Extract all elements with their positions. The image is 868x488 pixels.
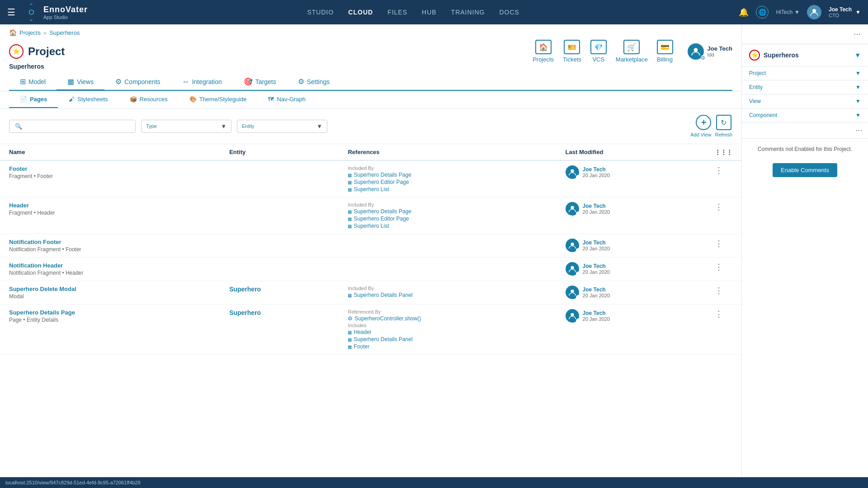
- enable-comments-button[interactable]: Enable Comments: [773, 163, 837, 177]
- nav-studio[interactable]: STUDIO: [307, 9, 334, 16]
- user-menu[interactable]: Joe Tech CTO ▼: [829, 6, 861, 18]
- ref-link-controller[interactable]: ⚙ SuperheroController.show(): [348, 315, 547, 322]
- project-user-role: tdd: [708, 52, 732, 57]
- secondary-nav: 📄 Pages 🖌 Stylesheets 📦 Resources 🎨 Them…: [0, 91, 741, 108]
- avatar-header: ⚙: [566, 202, 579, 216]
- cell-lastmod-notif-header: ⚙ Joe Tech 20 Jan 2020: [557, 258, 706, 281]
- row-menu-footer[interactable]: ⋮: [715, 166, 723, 175]
- view-name-footer[interactable]: Footer: [9, 165, 211, 172]
- view-name-notif-header[interactable]: Notification Header: [9, 262, 211, 269]
- rp-label-project: Project: [749, 70, 766, 76]
- ref-link-details-2[interactable]: ▦Footer: [348, 343, 547, 350]
- ref-link-delete-modal-0[interactable]: ▦Superhero Details Panel: [348, 292, 547, 298]
- refresh-button[interactable]: ↻: [716, 115, 731, 130]
- rp-more-dots[interactable]: ⋯: [855, 126, 863, 135]
- toolbar-projects[interactable]: 🏠 Projects: [533, 40, 554, 63]
- rp-section-row-project[interactable]: Project ▼: [749, 70, 861, 76]
- rp-section-row-component[interactable]: Component ▼: [749, 112, 861, 118]
- rp-section-row-entity[interactable]: Entity ▼: [749, 84, 861, 90]
- view-subtitle-delete-modal: Modal: [9, 293, 211, 300]
- row-menu-header[interactable]: ⋮: [715, 202, 723, 211]
- tab-views[interactable]: ▦ Views: [57, 74, 104, 91]
- toolbar-billing[interactable]: 💳 Billing: [657, 40, 673, 63]
- toolbar-tickets[interactable]: 🎫 Tickets: [563, 40, 581, 63]
- table-header-row: Name Entity References Last Modified ⋮⋮⋮: [0, 144, 741, 160]
- brand-name: EnnoVater: [43, 5, 88, 14]
- sec-tab-resources[interactable]: 📦 Resources: [119, 91, 179, 108]
- ref-link-details-1[interactable]: ▦Superhero Details Panel: [348, 336, 547, 343]
- ref-label-details-page-refby: Referenced By: [348, 309, 547, 314]
- hamburger-menu[interactable]: ☰: [7, 7, 15, 18]
- toolbar-marketplace[interactable]: 🛒 Marketplace: [616, 40, 648, 63]
- add-view-button[interactable]: +: [696, 115, 711, 130]
- ref-link-footer-2[interactable]: ▦Superhero List: [348, 186, 547, 192]
- right-panel-more[interactable]: ⋯: [854, 30, 861, 38]
- nav-training[interactable]: TRAINING: [451, 9, 485, 16]
- rp-section-row-view[interactable]: View ▼: [749, 98, 861, 104]
- cell-refs-footer: Included By ▦Superhero Details Page ▦Sup…: [339, 160, 556, 197]
- search-filter-bar: 🔍 Type ▼ Entity ▼ +: [0, 108, 741, 144]
- search-box[interactable]: 🔍: [9, 120, 136, 133]
- user-role: CTO: [829, 13, 839, 18]
- nav-files[interactable]: FILES: [387, 9, 407, 16]
- view-name-header[interactable]: Header: [9, 202, 211, 209]
- nav-docs[interactable]: DOCS: [500, 9, 519, 16]
- svg-point-5: [571, 266, 574, 269]
- table-row: Notification Header Notification Fragmen…: [0, 258, 741, 281]
- ref-link-details-0[interactable]: ▦Header: [348, 329, 547, 335]
- ref-link-footer-1[interactable]: ▦Superhero Editor Page: [348, 179, 547, 185]
- cell-lastmod-header: ⚙ Joe Tech 20 Jan 2020: [557, 197, 706, 234]
- ref-link-header-1[interactable]: ▦Superhero Editor Page: [348, 216, 547, 222]
- row-menu-notif-footer[interactable]: ⋮: [715, 239, 723, 248]
- toolbar-vcs[interactable]: 💎 VCS: [590, 40, 607, 63]
- ref-link-footer-0[interactable]: ▦Superhero Details Page: [348, 172, 547, 178]
- view-subtitle-footer: Fragment • Footer: [9, 173, 211, 179]
- search-input[interactable]: [26, 123, 130, 130]
- row-menu-notif-header[interactable]: ⋮: [715, 263, 723, 272]
- rp-expand-icon[interactable]: ▼: [854, 52, 861, 59]
- nav-cloud[interactable]: CLOUD: [348, 9, 373, 16]
- sec-tab-stylesheets[interactable]: 🖌 Stylesheets: [58, 91, 118, 108]
- mod-name-notif-footer: Joe Tech: [583, 239, 610, 246]
- sec-tab-pages[interactable]: 📄 Pages: [9, 91, 58, 108]
- view-name-delete-modal[interactable]: Superhero Delete Modal: [9, 286, 211, 292]
- mod-date-header: 20 Jan 2020: [583, 209, 610, 215]
- svg-point-3: [571, 206, 574, 209]
- svg-point-7: [571, 313, 574, 316]
- top-nav-links: STUDIO CLOUD FILES HUB TRAINING DOCS: [307, 9, 519, 16]
- sec-tab-theme[interactable]: 🎨 Theme/Styleguide: [179, 91, 258, 108]
- cell-entity-notif-footer: [220, 234, 339, 258]
- tab-targets[interactable]: 🎯 Targets: [233, 74, 287, 91]
- row-menu-delete-modal[interactable]: ⋮: [715, 286, 723, 295]
- cell-lastmod-footer: ⚙ Joe Tech 20 Jan 2020: [557, 160, 706, 197]
- row-menu-details-page[interactable]: ⋮: [715, 310, 723, 319]
- sec-tab-navgraph[interactable]: 🗺 Nav-Graph: [257, 91, 316, 108]
- type-filter-label: Type: [146, 123, 157, 129]
- type-filter-dropdown[interactable]: Type ▼: [141, 120, 231, 133]
- tab-components[interactable]: ⚙ Components: [104, 74, 171, 91]
- project-header: 🏠 Projects » Superheros ⭐ Project 🏠 Proj…: [0, 24, 741, 91]
- ref-link-header-2[interactable]: ▦Superhero List: [348, 223, 547, 229]
- notifications-bell[interactable]: 🔔: [739, 7, 749, 17]
- tab-integration[interactable]: ↔ Integration: [171, 74, 233, 91]
- mod-date-details-page: 20 Jan 2020: [583, 316, 610, 322]
- tab-settings[interactable]: ⚙ Settings: [287, 74, 341, 91]
- workspace-selector[interactable]: HiTech ▼: [776, 9, 800, 15]
- ref-link-header-0[interactable]: ▦Superhero Details Page: [348, 208, 547, 215]
- logo-text: EnnoVater App Studio: [43, 5, 88, 20]
- mod-date-notif-footer: 20 Jan 2020: [583, 246, 610, 251]
- cell-entity-footer: [220, 160, 339, 197]
- project-user-avatar: ⚙: [688, 43, 704, 60]
- entity-filter-chevron: ▼: [316, 123, 322, 130]
- view-name-notif-footer[interactable]: Notification Footer: [9, 239, 211, 245]
- rp-star-badge: ⭐: [749, 50, 760, 61]
- view-subtitle-header: Fragment • Header: [9, 210, 211, 216]
- view-name-details-page[interactable]: Superhero Details Page: [9, 309, 211, 316]
- mod-date-notif-header: 20 Jan 2020: [583, 269, 610, 275]
- breadcrumb-projects[interactable]: Projects: [19, 29, 41, 36]
- nav-hub[interactable]: HUB: [422, 9, 437, 16]
- tab-model[interactable]: ⊞ Model: [9, 74, 57, 91]
- project-title-left: ⭐ Project: [9, 44, 65, 59]
- entity-filter-dropdown[interactable]: Entity ▼: [237, 120, 327, 133]
- language-selector[interactable]: 🌐: [756, 6, 769, 19]
